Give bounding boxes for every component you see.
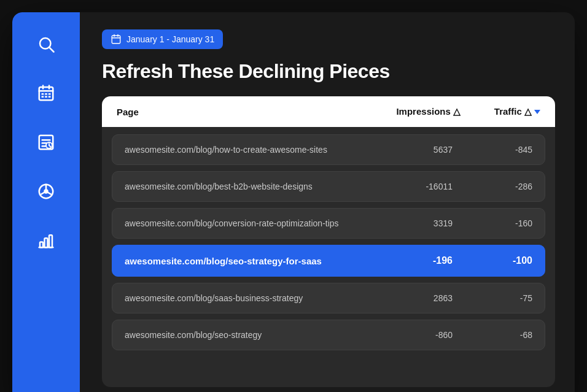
svg-rect-9 xyxy=(42,96,44,98)
svg-rect-6 xyxy=(42,93,44,95)
row-impressions: 2863 xyxy=(354,293,453,303)
svg-rect-8 xyxy=(49,93,51,95)
svg-rect-11 xyxy=(49,96,51,98)
svg-rect-7 xyxy=(45,93,47,95)
svg-point-20 xyxy=(45,190,48,193)
row-page: awesomesite.com/blog/saas-business-strat… xyxy=(125,293,354,303)
row-page: awesomesite.com/blog/how-to-create-aweso… xyxy=(125,145,354,155)
row-traffic: -68 xyxy=(453,330,532,340)
report-icon[interactable] xyxy=(33,129,60,156)
row-impressions: 5637 xyxy=(354,145,453,155)
sidebar xyxy=(12,12,80,392)
column-impressions[interactable]: Impressions △ xyxy=(362,106,461,117)
table-row[interactable]: awesomesite.com/blog/seo-strategy -860 -… xyxy=(112,320,545,350)
row-page: awesomesite.com/blog/conversion-rate-opt… xyxy=(125,218,354,228)
svg-rect-21 xyxy=(40,242,43,248)
bar-chart-icon[interactable] xyxy=(33,227,60,254)
row-page: awesomesite.com/blog/seo-strategy xyxy=(125,330,354,340)
row-impressions: -16011 xyxy=(354,182,453,191)
table-row[interactable]: awesomesite.com/blog/conversion-rate-opt… xyxy=(112,208,545,239)
row-traffic: -845 xyxy=(453,145,532,155)
svg-rect-22 xyxy=(45,238,48,247)
app-container: January 1 - January 31 Refresh These Dec… xyxy=(12,12,575,392)
calendar-badge-icon xyxy=(111,34,122,45)
table-row[interactable]: awesomesite.com/blog/best-b2b-website-de… xyxy=(112,171,545,202)
row-traffic: -286 xyxy=(453,182,532,191)
data-table: Page Impressions △ Traffic △ awesomesite… xyxy=(102,96,555,387)
search-icon[interactable] xyxy=(33,31,60,58)
row-traffic: -160 xyxy=(453,218,532,228)
svg-rect-10 xyxy=(45,96,47,98)
row-impressions: 3319 xyxy=(354,218,453,228)
svg-rect-23 xyxy=(49,235,52,247)
row-page: awesomesite.com/blog/best-b2b-website-de… xyxy=(125,182,354,191)
row-traffic: -75 xyxy=(453,293,532,303)
analytics-icon[interactable] xyxy=(33,178,60,205)
table-row[interactable]: awesomesite.com/blog/how-to-create-aweso… xyxy=(112,134,545,165)
date-badge[interactable]: January 1 - January 31 xyxy=(102,29,223,49)
calendar-icon[interactable] xyxy=(33,80,60,107)
table-row[interactable]: awesomesite.com/blog/seo-strategy-for-sa… xyxy=(112,245,545,277)
row-page: awesomesite.com/blog/seo-strategy-for-sa… xyxy=(125,256,354,266)
table-row[interactable]: awesomesite.com/blog/saas-business-strat… xyxy=(112,283,545,313)
svg-line-1 xyxy=(50,48,54,52)
table-body: awesomesite.com/blog/how-to-create-aweso… xyxy=(102,127,555,387)
table-header: Page Impressions △ Traffic △ xyxy=(102,96,555,127)
column-traffic[interactable]: Traffic △ xyxy=(461,106,540,117)
sort-desc-icon xyxy=(534,110,540,114)
svg-rect-25 xyxy=(112,36,120,44)
row-impressions: -860 xyxy=(354,330,453,340)
page-title: Refresh These Declining Pieces xyxy=(102,60,555,83)
column-page: Page xyxy=(117,107,362,117)
row-impressions: -196 xyxy=(354,255,453,266)
main-content: January 1 - January 31 Refresh These Dec… xyxy=(80,12,575,392)
row-traffic: -100 xyxy=(453,255,532,266)
date-label: January 1 - January 31 xyxy=(126,34,214,44)
